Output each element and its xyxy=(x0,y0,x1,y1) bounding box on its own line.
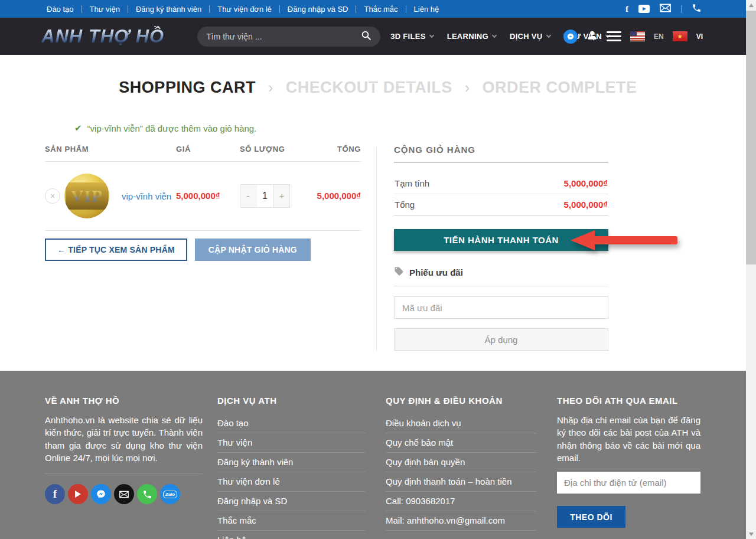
messenger-icon[interactable] xyxy=(563,30,578,44)
quantity-decrease-button[interactable]: - xyxy=(240,184,256,208)
youtube-icon[interactable] xyxy=(638,5,650,13)
footer-service-link[interactable]: Đăng nhập và SD xyxy=(217,492,365,511)
messenger-icon[interactable] xyxy=(91,484,111,504)
lang-vi[interactable]: VI xyxy=(696,32,703,41)
top-bar: Đào tạo Thư viện Đăng ký thành viên Thư … xyxy=(0,0,756,18)
account-icon[interactable] xyxy=(586,30,598,43)
scroll-down-arrow[interactable] xyxy=(746,529,756,539)
footer-terms-link[interactable]: Quy định thanh toán – hoàn tiền xyxy=(386,472,536,492)
facebook-icon[interactable]: f xyxy=(45,484,65,504)
topbar-link-thac-mac[interactable]: Thắc mắc xyxy=(356,5,405,14)
phone-icon[interactable] xyxy=(137,484,157,504)
footer-about-text: Anhthoho.vn là website chia sẻ dữ liệu k… xyxy=(45,414,203,464)
subtotal-label: Tạm tính xyxy=(395,178,429,188)
footer-terms-link[interactable]: Quy định bản quyền xyxy=(386,453,536,472)
footer-service-link[interactable]: Thắc mắc xyxy=(217,511,365,531)
check-icon: ✔ xyxy=(74,123,82,133)
nav-3d-files[interactable]: 3D FILES xyxy=(390,32,433,41)
product-badge: VIP xyxy=(71,186,103,206)
product-image[interactable]: VIP xyxy=(64,174,109,218)
divider xyxy=(681,5,682,13)
footer-phone-number: Call: 0903682017 xyxy=(386,492,536,511)
youtube-icon[interactable] xyxy=(68,484,88,504)
nav-learning[interactable]: LEARNING xyxy=(447,32,496,41)
topbar-link-thu-vien[interactable]: Thư viện xyxy=(82,5,128,14)
quantity-input[interactable] xyxy=(256,184,273,208)
coupon-section-heading: Phiếu ưu đãi xyxy=(394,266,608,286)
footer-email-address: Mail: anhthoho.vn@gmail.com xyxy=(386,511,536,531)
topbar-link-dang-nhap[interactable]: Đăng nhập và SD xyxy=(280,5,356,14)
subtotal-value: 5,000,000₫ xyxy=(564,178,608,188)
footer-service-link[interactable]: Thư viện đơn lẻ xyxy=(217,472,365,492)
cart-totals-heading: CỘNG GIỎ HÀNG xyxy=(394,145,608,163)
scrollbar-thumb[interactable] xyxy=(746,11,756,264)
breadcrumb-separator: › xyxy=(465,79,470,96)
quantity-increase-button[interactable]: + xyxy=(273,184,290,208)
breadcrumb-shopping-cart[interactable]: SHOPPING CART xyxy=(119,79,256,96)
chevron-down-icon xyxy=(492,32,497,37)
breadcrumb-checkout-details: CHECKOUT DETAILS xyxy=(286,79,452,96)
footer-terms-link[interactable]: Quy chế bảo mật xyxy=(386,433,536,453)
subtotal-row: Tạm tính 5,000,000₫ xyxy=(394,173,608,194)
chevron-down-icon xyxy=(546,32,550,37)
nav-dich-vu[interactable]: DỊCH VỤ xyxy=(510,32,550,41)
search-input[interactable] xyxy=(206,32,361,41)
remove-item-button[interactable]: × xyxy=(45,188,60,204)
product-name-link[interactable]: vip-vĩnh viễn xyxy=(122,191,171,201)
lang-en[interactable]: EN xyxy=(654,32,664,41)
proceed-to-checkout-button[interactable]: TIẾN HÀNH THANH TOÁN xyxy=(394,229,608,251)
update-cart-button[interactable]: CẬP NHẬT GIỎ HÀNG xyxy=(195,239,311,261)
item-total: 5,000,000₫ xyxy=(317,191,361,201)
footer-services-heading: DỊCH VỤ ATH xyxy=(217,396,365,406)
menu-icon[interactable] xyxy=(607,31,621,41)
added-to-cart-notice: ✔ “vip-vĩnh viễn” đã được thêm vào giỏ h… xyxy=(74,123,700,133)
search-bar xyxy=(197,27,380,47)
footer-service-link[interactable]: Đào tạo xyxy=(217,414,365,433)
tag-icon xyxy=(394,266,404,278)
topbar-link-dao-tao[interactable]: Đào tạo xyxy=(39,5,82,14)
column-quantity: SỐ LƯỢNG xyxy=(240,145,311,153)
notice-text: “vip-vĩnh viễn” đã được thêm vào giỏ hàn… xyxy=(87,123,257,133)
breadcrumb: SHOPPING CART › CHECKOUT DETAILS › ORDER… xyxy=(0,55,756,97)
coupon-code-input[interactable] xyxy=(394,296,608,319)
item-price: 5,000,000₫ xyxy=(176,191,220,201)
total-row: Tổng 5,000,000₫ xyxy=(394,194,608,215)
email-icon[interactable] xyxy=(660,4,671,15)
column-total: TỔNG xyxy=(311,145,361,153)
site-logo[interactable]: ANH THỢ HỒ xyxy=(41,26,164,47)
page-scrollbar[interactable] xyxy=(746,0,756,539)
search-icon[interactable] xyxy=(361,30,372,43)
vertical-divider xyxy=(376,147,377,351)
footer-social-icons: f Zalo xyxy=(45,473,203,504)
topbar-link-lien-he[interactable]: Liên hệ xyxy=(406,5,447,14)
column-price: GIÁ xyxy=(176,145,240,153)
scroll-up-arrow[interactable] xyxy=(746,0,756,10)
total-label: Tổng xyxy=(395,200,415,210)
footer-about-heading: VỀ ANH THỢ HỒ xyxy=(45,396,203,406)
continue-shopping-button[interactable]: ← TIẾP TỤC XEM SẢN PHẨM xyxy=(45,239,187,261)
apply-coupon-button[interactable]: Áp dụng xyxy=(394,328,608,351)
email-icon[interactable] xyxy=(114,484,134,504)
topbar-link-thu-vien-don-le[interactable]: Thư viện đơn lẻ xyxy=(210,5,279,14)
coupon-heading-text: Phiếu ưu đãi xyxy=(409,267,463,277)
cart-table-header: SẢN PHẨM GIÁ SỐ LƯỢNG TỔNG xyxy=(45,145,361,162)
footer-terms-link[interactable]: Điều khoản dịch vụ xyxy=(386,414,536,433)
topbar-link-dang-ky[interactable]: Đăng ký thành viên xyxy=(128,5,209,14)
main-content: SHOPPING CART › CHECKOUT DETAILS › ORDER… xyxy=(0,55,756,371)
flag-us-icon[interactable] xyxy=(630,31,645,41)
flag-vn-icon[interactable]: ★ xyxy=(673,31,687,41)
breadcrumb-separator: › xyxy=(268,79,273,96)
breadcrumb-order-complete: ORDER COMPLETE xyxy=(483,79,637,96)
footer-service-link[interactable]: Liên hệ xyxy=(217,531,365,539)
subscribe-button[interactable]: THEO DÕI xyxy=(557,506,625,528)
footer-service-link[interactable]: Thư viện xyxy=(217,433,365,453)
zalo-icon[interactable]: Zalo xyxy=(160,484,180,504)
site-header: ANH THỢ HỒ 3D FILES LEARNING DỊCH VỤ THƯ… xyxy=(0,18,756,55)
subscribe-email-input[interactable] xyxy=(557,472,700,494)
phone-icon[interactable] xyxy=(692,3,702,15)
footer-subscribe-heading: THEO DÕI ATH QUA EMAIL xyxy=(557,396,700,406)
footer-service-link[interactable]: Đăng ký thành viên xyxy=(217,453,365,472)
total-value: 5,000,000₫ xyxy=(564,200,608,210)
facebook-icon[interactable]: f xyxy=(625,4,628,14)
cart-item-row: × VIP vip-vĩnh viễn 5,000,000₫ - + xyxy=(45,162,361,231)
